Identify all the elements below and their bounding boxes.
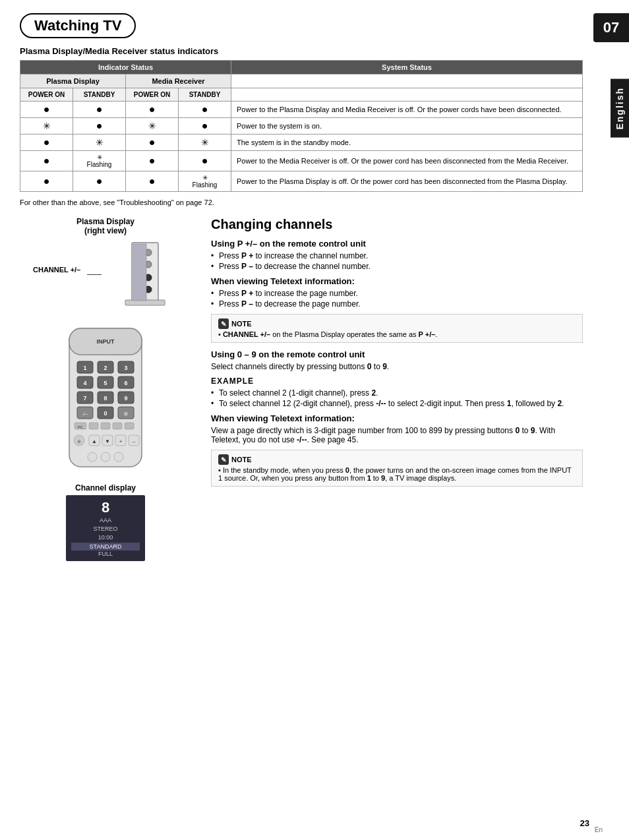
svg-point-51 — [101, 452, 110, 462]
channel-full: FULL — [71, 551, 140, 557]
svg-text:+: + — [119, 438, 123, 444]
subsection-teletext2: When viewing Teletext information: — [211, 413, 583, 423]
table-subheader-plasma: Plasma Display — [20, 75, 126, 88]
example-bullets: To select channel 2 (1-digit channel), p… — [211, 388, 583, 408]
section3-text: Select channels directly by pressing but… — [211, 362, 583, 371]
svg-rect-37 — [101, 423, 110, 429]
table-row: ● ✳ ● ✳ The system is in the standby mod… — [20, 135, 583, 151]
indicator-table: Indicator Status System Status Plasma Di… — [20, 60, 583, 192]
note-text-1: • CHANNEL +/– on the Plasma Display oper… — [218, 330, 576, 338]
remote-illustration: INPUT 1 2 3 4 5 6 — [20, 325, 191, 483]
svg-rect-36 — [89, 423, 98, 429]
bullet-item: To select channel 12 (2-digit channel), … — [211, 399, 583, 408]
changing-channels-title: Changing channels — [211, 217, 583, 232]
table-row: ● ● ● ✳Flashing Power to the Plasma Disp… — [20, 171, 583, 192]
svg-rect-39 — [125, 423, 134, 429]
svg-text:0: 0 — [104, 410, 107, 417]
subsection-p-remote: Using P +/– on the remote control unit — [211, 239, 583, 249]
channel-number: 8 — [71, 499, 140, 516]
svg-text:▼: ▼ — [105, 438, 110, 444]
page-en-label: En — [595, 826, 603, 833]
svg-rect-38 — [113, 423, 122, 429]
note-box-1: ✎ NOTE • CHANNEL +/– on the Plasma Displ… — [211, 314, 583, 343]
remote-svg: INPUT 1 2 3 4 5 6 — [56, 325, 155, 483]
svg-text:▲: ▲ — [92, 438, 97, 444]
svg-text:INPUT: INPUT — [97, 338, 115, 345]
svg-text:9: 9 — [124, 395, 127, 402]
bullet-item: Press P – to decrease the channel number… — [211, 262, 583, 271]
svg-text:3: 3 — [124, 365, 127, 371]
section1-bullets: Press P + to increase the channel number… — [211, 251, 583, 271]
plasma-side-svg — [99, 239, 178, 312]
bullet-item: To select channel 2 (1-digit channel), p… — [211, 388, 583, 398]
svg-point-50 — [88, 452, 97, 462]
page-title: Watching TV — [20, 13, 136, 38]
svg-text:8: 8 — [104, 395, 107, 402]
channel-display-box: 8 AAA STEREO 10:00 STANDARD FULL — [66, 495, 145, 561]
note-title-2: ✎ NOTE — [218, 454, 576, 465]
channel-info-time: 10:00 — [71, 533, 140, 542]
bullet-item: Press P + to increase the channel number… — [211, 251, 583, 260]
plasma-illustration: CHANNEL +/– —— — [33, 239, 178, 318]
channel-standard: STANDARD — [71, 543, 140, 551]
section4-text: View a page directly which is 3-digit pa… — [211, 426, 583, 444]
svg-text:-/--: -/-- — [82, 411, 89, 416]
subsection-teletext1: When viewing Teletext information: — [211, 276, 583, 286]
svg-text:1: 1 — [83, 365, 86, 371]
channel-display-label: Channel display — [20, 483, 191, 493]
svg-text:–: – — [133, 438, 136, 444]
svg-text:⊞: ⊞ — [124, 411, 128, 416]
channel-info-stereo: STEREO — [71, 525, 140, 533]
section2-bullets: Press P + to increase the page number. P… — [211, 289, 583, 309]
svg-point-52 — [114, 452, 123, 462]
note-icon-1: ✎ — [218, 318, 229, 329]
page-number: 23 — [580, 818, 589, 828]
svg-text:7: 7 — [83, 395, 86, 402]
right-column: Changing channels Using P +/– on the rem… — [211, 217, 583, 561]
svg-text:6: 6 — [124, 380, 127, 386]
trouble-note: For other than the above, see "Troublesh… — [20, 198, 583, 206]
note-icon-2: ✎ — [218, 454, 229, 465]
table-row: ● ● ● ● Power to the Plasma Display and … — [20, 102, 583, 118]
col-pd-standby: STANDBY — [73, 88, 126, 102]
subsection-0-9: Using 0 – 9 on the remote control unit — [211, 349, 583, 359]
svg-rect-6 — [133, 244, 146, 301]
table-row: ✳ ● ✳ ● Power to the system is on. — [20, 118, 583, 135]
svg-text:5: 5 — [104, 380, 107, 386]
note-text-2: • In the standby mode, when you press 0,… — [218, 466, 576, 482]
col-mr-power: POWER ON — [126, 88, 179, 102]
col-pd-power: POWER ON — [20, 88, 73, 102]
col-mr-standby: STANDBY — [179, 88, 231, 102]
svg-text:2: 2 — [104, 365, 107, 371]
left-column: Plasma Display (right view) CHANNEL +/– … — [20, 217, 191, 561]
note-box-2: ✎ NOTE • In the standby mode, when you p… — [211, 450, 583, 487]
page-title-area: Watching TV — [20, 13, 583, 38]
example-title: EXAMPLE — [211, 376, 583, 386]
table-row: ● ✳Flashing ● ● Power to the Media Recei… — [20, 151, 583, 171]
bullet-item: Press P + to increase the page number. — [211, 289, 583, 298]
chapter-badge: 07 — [593, 13, 629, 42]
table-header-indicator: Indicator Status — [20, 61, 231, 75]
table-subheader-media: Media Receiver — [126, 75, 231, 88]
note-title-1: ✎ NOTE — [218, 318, 576, 329]
bullet-item: Press P – to decrease the page number. — [211, 299, 583, 309]
table-header-system: System Status — [231, 61, 583, 75]
main-content: Plasma Display/Media Receiver status ind… — [20, 46, 583, 561]
svg-text:PC: PC — [78, 425, 84, 429]
section-title-indicators: Plasma Display/Media Receiver status ind… — [20, 46, 583, 56]
channel-info-aaa: AAA — [71, 516, 140, 525]
plasma-display-label: Plasma Display (right view) — [20, 217, 191, 235]
svg-text:4: 4 — [83, 380, 86, 386]
channel-label: CHANNEL +/– — [33, 266, 80, 274]
language-label: English — [611, 79, 629, 138]
svg-text:⊛: ⊛ — [77, 439, 81, 444]
